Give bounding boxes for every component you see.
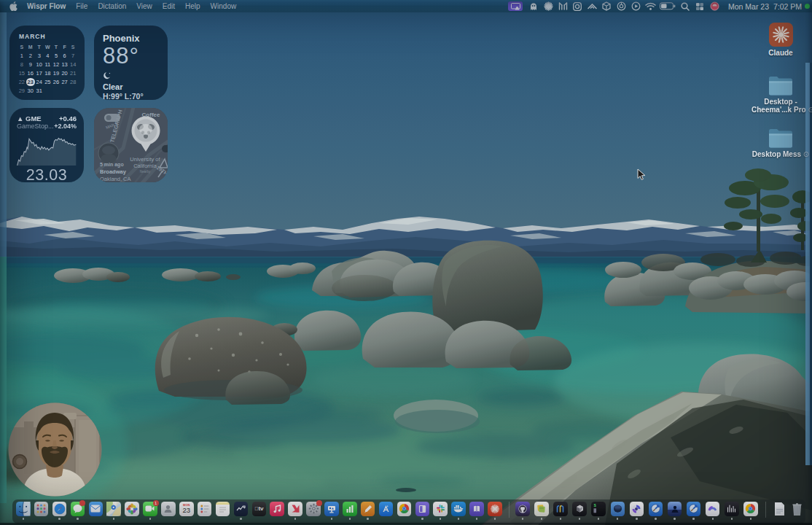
svg-text:5 min ago: 5 min ago <box>100 162 124 168</box>
svg-text:Broadway: Broadway <box>100 168 127 175</box>
svg-text:California: California <box>133 163 157 169</box>
svg-text:Oakland, CA: Oakland, CA <box>100 176 131 182</box>
svg-text:Nearby: Nearby <box>140 170 151 174</box>
svg-text:University of: University of <box>130 156 160 163</box>
